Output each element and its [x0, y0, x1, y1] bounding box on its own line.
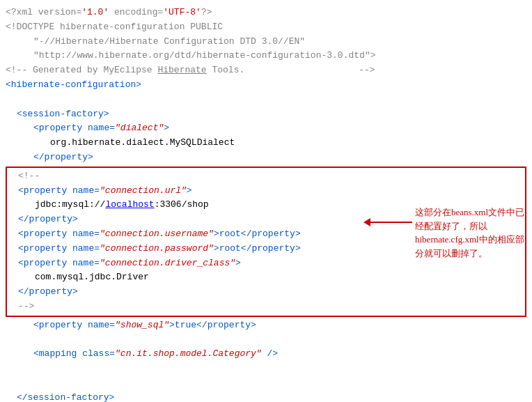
prop-tag: <property name="dialect">	[33, 121, 169, 136]
arrow-head	[363, 218, 370, 226]
prop-tag: <property name="connection.username">roo…	[18, 227, 301, 242]
prop-close: </property>	[18, 212, 78, 227]
prop-tag: <property name="connection.password">roo…	[18, 242, 301, 256]
code-line: <!--	[7, 169, 525, 184]
doctype-text2: "-//Hibernate/Hibernate Configuration DT…	[33, 35, 305, 49]
code-line: </session-factory>	[0, 391, 532, 402]
code-line: <property name="dialect">	[0, 121, 532, 136]
prop-close: </property>	[33, 150, 93, 165]
jdbc-url: jdbc:mysql://localhost:3306/shop	[35, 198, 209, 212]
annotation-container: 这部分在beans.xml文件中已经配置好了，所以hibernate.cfg.x…	[363, 206, 526, 260]
prop-value: org.hibernate.dialect.MySQLDialect	[50, 136, 235, 150]
code-line: "http://www.hibernate.org/dtd/hibernate-…	[0, 49, 532, 63]
editor-area: <?xml version='1.0' encoding='UTF-8'?> <…	[0, 0, 532, 402]
xml-pi: <?xml version='1.0' encoding='UTF-8'?>	[6, 6, 212, 20]
mapping-tag: <mapping class="cn.it.shop.model.Categor…	[33, 347, 278, 362]
driver-value: com.mysql.jdbc.Driver	[35, 270, 149, 285]
arrow-shaft	[370, 222, 412, 223]
arrow-line	[363, 218, 412, 226]
code-line: com.mysql.jdbc.Driver	[7, 270, 525, 285]
code-line	[0, 362, 532, 376]
code-line: </property>	[7, 285, 525, 300]
doctype-text: <!DOCTYPE hibernate-configuration PUBLIC	[6, 20, 223, 35]
code-line: <mapping class="cn.it.shop.model.Categor…	[0, 347, 532, 362]
prop-tag: <property name="connection.url">	[18, 184, 192, 199]
comment-open: <!--	[18, 169, 40, 184]
code-line	[0, 93, 532, 107]
code-line: -->	[7, 300, 525, 314]
code-line: <property name="show_sql">true</property…	[0, 318, 532, 333]
code-line	[0, 376, 532, 391]
code-line	[0, 333, 532, 348]
code-line: <property name="connection.url">	[7, 184, 525, 199]
prop-show-sql: <property name="show_sql">true</property…	[33, 318, 256, 333]
xml-tag-open: <hibernate-configuration>	[6, 78, 141, 93]
code-line: "-//Hibernate/Hibernate Configuration DT…	[0, 35, 532, 49]
code-line: </property>	[0, 150, 532, 165]
code-line: <!-- Generated by MyEclipse Hibernate To…	[0, 63, 532, 78]
prop-tag: <property name="connection.driver_class"…	[18, 256, 241, 271]
session-factory-close: </session-factory>	[17, 391, 114, 402]
comment-close: -->	[18, 300, 34, 314]
session-factory-open: <session-factory>	[17, 107, 109, 122]
comment-line: <!-- Generated by MyEclipse Hibernate To…	[6, 63, 375, 78]
code-line: <!DOCTYPE hibernate-configuration PUBLIC	[0, 20, 532, 35]
code-line: <?xml version='1.0' encoding='UTF-8'?>	[0, 6, 532, 20]
code-line: <hibernate-configuration>	[0, 78, 532, 93]
prop-close: </property>	[18, 285, 78, 300]
annotation-text: 这部分在beans.xml文件中已经配置好了，所以hibernate.cfg.x…	[415, 206, 526, 260]
code-line: org.hibernate.dialect.MySQLDialect	[0, 136, 532, 150]
code-line: <session-factory>	[0, 107, 532, 122]
doctype-text3: "http://www.hibernate.org/dtd/hibernate-…	[33, 49, 375, 63]
